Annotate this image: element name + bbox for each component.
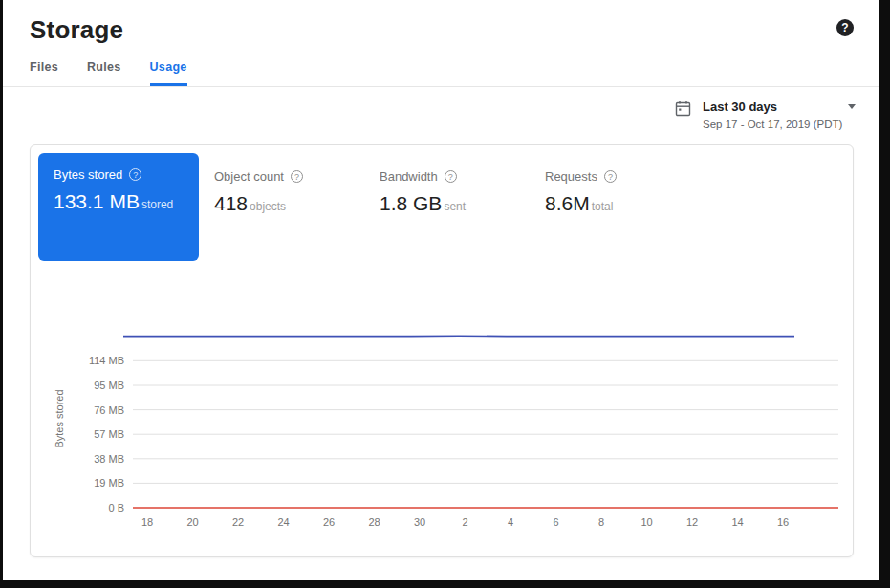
chevron-down-icon (848, 104, 856, 109)
storage-page: Storage ? Files Rules Usage Last 30 days (3, 0, 879, 580)
metric-help-icon[interactable]: ? (129, 168, 141, 181)
usage-card: Bytes stored ? 133.1 MBstored Object cou… (30, 144, 854, 557)
svg-text:16: 16 (777, 516, 789, 528)
svg-text:4: 4 (508, 516, 513, 528)
svg-text:10: 10 (640, 516, 652, 528)
date-range-selector[interactable]: Last 30 days Sep 17 - Oct 17, 2019 (PDT) (675, 99, 856, 130)
svg-text:30: 30 (414, 516, 425, 528)
metric-label-text: Bandwidth (380, 169, 438, 184)
svg-text:38 MB: 38 MB (94, 453, 124, 465)
metric-value-text: 1.8 GB (380, 192, 442, 214)
metric-suffix: stored (141, 198, 173, 211)
svg-text:76 MB: 76 MB (94, 404, 124, 416)
metric-value: 8.6Mtotal (545, 192, 680, 215)
metric-value-text: 418 (214, 192, 248, 214)
metric-value: 133.1 MBstored (54, 190, 184, 213)
metric-suffix: sent (444, 200, 466, 213)
metric-label-text: Object count (214, 169, 284, 184)
page-header: Storage ? (3, 0, 879, 45)
tab-files[interactable]: Files (30, 60, 58, 86)
metric-object-count[interactable]: Object count ? 418objects (199, 153, 364, 261)
metric-label: Object count ? (214, 169, 349, 184)
date-range-text: Last 30 days Sep 17 - Oct 17, 2019 (PDT) (703, 99, 856, 130)
metric-suffix: total (592, 200, 614, 213)
tab-usage[interactable]: Usage (150, 60, 187, 86)
metric-help-icon[interactable]: ? (291, 170, 303, 183)
svg-text:8: 8 (598, 516, 604, 528)
date-range-label: Last 30 days (703, 99, 777, 114)
metric-bytes-stored[interactable]: Bytes stored ? 133.1 MBstored (38, 153, 199, 261)
metric-label: Bytes stored ? (54, 167, 184, 182)
metrics-row: Bytes stored ? 133.1 MBstored Object cou… (31, 145, 853, 269)
svg-text:12: 12 (686, 516, 698, 528)
metric-label-text: Bytes stored (54, 167, 122, 182)
svg-text:26: 26 (323, 516, 335, 528)
svg-text:2: 2 (462, 516, 467, 528)
metric-help-icon[interactable]: ? (445, 170, 457, 183)
svg-text:19 MB: 19 MB (94, 477, 124, 489)
tab-bar: Files Rules Usage (3, 45, 879, 87)
svg-text:24: 24 (277, 516, 289, 528)
svg-text:20: 20 (186, 516, 198, 528)
usage-chart[interactable]: 114 MB95 MB76 MB57 MB38 MB19 MB0 B182022… (31, 322, 851, 538)
metric-label: Bandwidth ? (380, 169, 514, 184)
metric-value-text: 133.1 MB (54, 190, 140, 212)
tab-rules[interactable]: Rules (87, 60, 121, 86)
metric-value: 1.8 GBsent (380, 192, 514, 215)
svg-text:22: 22 (232, 516, 244, 528)
chart-area[interactable]: 114 MB95 MB76 MB57 MB38 MB19 MB0 B182022… (31, 322, 853, 542)
metric-suffix: objects (250, 200, 286, 213)
svg-text:57 MB: 57 MB (94, 428, 124, 440)
metric-requests[interactable]: Requests ? 8.6Mtotal (530, 153, 695, 261)
help-icon[interactable]: ? (836, 19, 854, 36)
metric-label-text: Requests (545, 169, 597, 184)
svg-text:0 B: 0 B (108, 502, 124, 513)
svg-text:6: 6 (553, 516, 558, 528)
metric-value: 418objects (214, 192, 349, 215)
calendar-icon (675, 100, 691, 120)
metric-label: Requests ? (545, 169, 680, 184)
metric-value-text: 8.6M (545, 192, 590, 214)
svg-text:14: 14 (731, 516, 743, 528)
date-range-detail: Sep 17 - Oct 17, 2019 (PDT) (703, 119, 856, 130)
svg-text:Bytes stored: Bytes stored (54, 389, 65, 447)
metric-help-icon[interactable]: ? (604, 170, 617, 183)
svg-text:18: 18 (141, 516, 153, 528)
svg-text:28: 28 (368, 516, 380, 528)
page-title: Storage (30, 15, 123, 45)
metric-bandwidth[interactable]: Bandwidth ? 1.8 GBsent (364, 153, 530, 261)
toolbar: Last 30 days Sep 17 - Oct 17, 2019 (PDT) (3, 87, 879, 144)
svg-text:95 MB: 95 MB (94, 380, 124, 391)
svg-text:114 MB: 114 MB (89, 355, 124, 366)
